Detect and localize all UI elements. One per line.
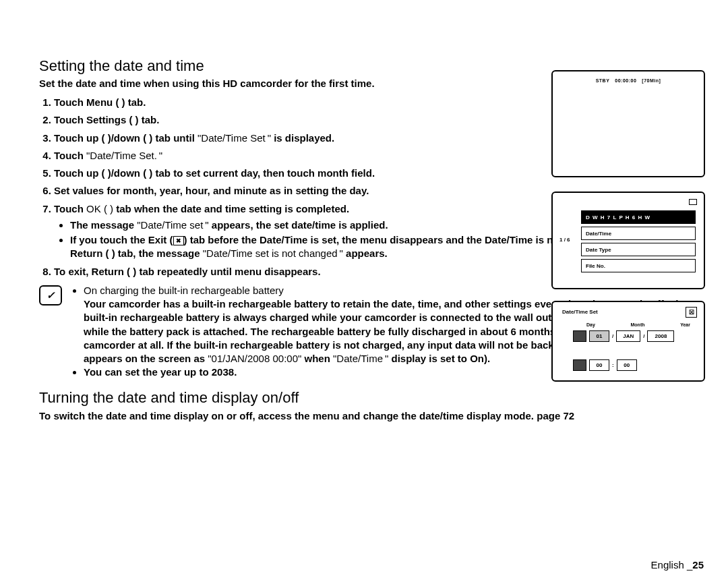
figure-datetime-set: Date/Time Set ☒ Day Month Year 01 / JAN …: [551, 301, 705, 382]
cell-year: 2008: [647, 330, 674, 342]
figure-preview-screen: STBY 00:00:00 [70Min]: [551, 70, 705, 177]
note-icon: ✓: [39, 285, 62, 305]
figure-menu-screen: 1 / 6 D W H 7 L P H 6 H W Date/Time Date…: [551, 192, 705, 289]
footer-language: English _: [651, 559, 693, 571]
label-month: Month: [631, 322, 645, 327]
page-footer: English _25: [651, 559, 704, 571]
fig3-title: Date/Time Set: [562, 309, 598, 315]
fig1-remaining: [70Min]: [642, 78, 661, 83]
cell-day: 01: [589, 330, 609, 342]
footer-page-number: 25: [692, 559, 704, 571]
heading-turning-display: Turning the date and time display on/off: [39, 389, 705, 407]
menu-row-selected: D W H 7 L P H 6 H W: [581, 210, 696, 224]
dark-field-2: [573, 359, 586, 371]
menu-row-datetype: Date Type: [581, 243, 696, 256]
battery-icon: [689, 199, 697, 205]
cell-hour: 00: [589, 359, 609, 371]
dark-field: [573, 330, 586, 342]
menu-row-fileno: File No.: [581, 259, 696, 272]
menu-row-datetime: Date/Time: [581, 227, 696, 240]
paragraph-display-mode: To switch the date and time display on o…: [39, 409, 705, 423]
fig1-time: 00:00:00: [615, 78, 636, 83]
fig1-stby: STBY: [596, 78, 610, 83]
label-day: Day: [586, 322, 595, 327]
label-year: Year: [680, 322, 690, 327]
slash-2: /: [643, 333, 644, 339]
slash-1: /: [612, 333, 613, 339]
cell-minute: 00: [617, 359, 637, 371]
cell-month: JAN: [616, 330, 640, 342]
close-icon: ☒: [686, 307, 697, 318]
exit-icon: ✖: [173, 236, 184, 245]
fig2-page-indicator: 1 / 6: [559, 237, 570, 243]
colon: :: [612, 362, 614, 368]
